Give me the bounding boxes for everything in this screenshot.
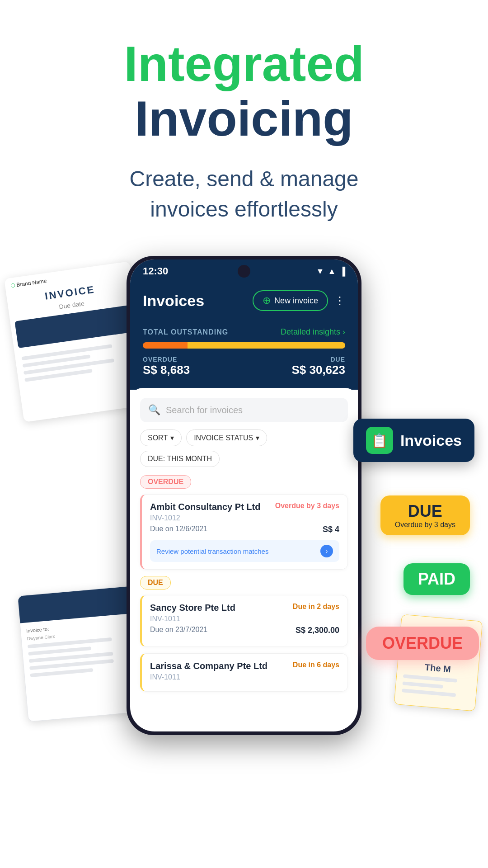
search-placeholder-text: Search for invoices [166, 405, 243, 415]
invoice-amount-sancy: S$ 2,300.00 [296, 626, 339, 635]
filter-row: SORT ▾ INVOICE STATUS ▾ DUE: THIS MONTH [140, 429, 348, 467]
plus-icon: ⊕ [263, 295, 271, 307]
due-label: DUE [291, 356, 345, 363]
invoice-number-sancy: INV-1011 [150, 615, 339, 623]
app-title: Invoices [143, 292, 204, 310]
invoice-amount-ambit: S$ 4 [323, 525, 339, 534]
invoice-number-larissa: INV-1011 [150, 673, 339, 681]
floating-overdue-badge: OVERDUE [366, 627, 479, 660]
more-menu-button[interactable]: ⋮ [334, 294, 345, 307]
transaction-arrow-icon: › [320, 545, 333, 557]
outstanding-label: TOTAL OUTSTANDING [143, 328, 228, 336]
invoice-due-sancy: Due on 23/7/2021 [150, 626, 207, 634]
overdue-label: OVERDUE [143, 356, 190, 363]
sort-filter-chip[interactable]: SORT ▾ [140, 429, 182, 446]
hero-title-invoicing: Invoicing [18, 91, 470, 146]
invoice-card-ambit[interactable]: Ambit Consultancy Pt Ltd Overdue by 3 da… [140, 494, 348, 570]
overdue-section: OVERDUE Ambit Consultancy Pt Ltd Overdue… [140, 475, 348, 570]
invoice-name-larissa: Larissa & Company Pte Ltd [150, 661, 267, 671]
phone-screen: 12:30 ▼ ▲ ▐ Invoices ⊕ New invoice ⋮ [130, 259, 358, 731]
status-icons: ▼ ▲ ▐ [316, 267, 345, 276]
invoice-status-filter-chip[interactable]: INVOICE STATUS ▾ [186, 429, 267, 446]
floating-paid-badge: PAID [404, 563, 470, 595]
invoice-status-ambit: Overdue by 3 days [275, 502, 339, 510]
invoices-badge-text: Invoices [400, 432, 462, 449]
overdue-value: S$ 8,683 [143, 363, 190, 377]
phone-device: 12:30 ▼ ▲ ▐ Invoices ⊕ New invoice ⋮ [127, 256, 361, 735]
white-card-section: 🔍 Search for invoices SORT ▾ INVOICE STA… [130, 388, 358, 692]
wifi-icon: ▼ [316, 267, 324, 276]
transaction-match-banner[interactable]: Review potential transaction matches › [150, 540, 339, 562]
app-header: Invoices ⊕ New invoice ⋮ [130, 283, 358, 320]
invoice-name-sancy: Sancy Store Pte Ltd [150, 603, 235, 613]
detailed-insights-link[interactable]: Detailed insights › [281, 327, 345, 337]
progress-bar [143, 342, 345, 349]
due-badge-label: DUE [395, 502, 455, 521]
search-bar[interactable]: 🔍 Search for invoices [140, 398, 348, 422]
due-section: DUE Sancy Store Pte Ltd Due in 2 days IN… [140, 576, 348, 692]
floating-due-badge: DUE Overdue by 3 days [380, 495, 470, 535]
outstanding-section: TOTAL OUTSTANDING Detailed insights › OV… [130, 320, 358, 390]
overdue-badge-label: OVERDUE [382, 634, 463, 653]
phone-section: ⬡ Brand Name INVOICE Due date Invoice to… [0, 256, 488, 753]
status-time: 12:30 [143, 265, 168, 277]
invoice-name-ambit: Ambit Consultancy Pt Ltd [150, 502, 260, 512]
signal-icon: ▲ [328, 267, 336, 276]
due-badge-sublabel: Overdue by 3 days [395, 521, 455, 529]
hero-section: Integrated Invoicing Create, send & mana… [0, 0, 488, 242]
floating-invoices-badge: 📋 Invoices [353, 419, 474, 462]
invoice-card-sancy[interactable]: Sancy Store Pte Ltd Due in 2 days INV-10… [140, 595, 348, 647]
hero-subtitle: Create, send & manage invoices effortles… [18, 164, 470, 224]
paid-badge-label: PAID [418, 570, 455, 589]
due-value: S$ 30,623 [291, 363, 345, 377]
due-amount-block: DUE S$ 30,623 [291, 356, 345, 377]
chevron-down-icon: ▾ [170, 434, 174, 442]
search-icon: 🔍 [148, 404, 160, 416]
transaction-match-text: Review potential transaction matches [156, 547, 268, 555]
invoice-status-sancy: Due in 2 days [293, 603, 339, 611]
new-invoice-button[interactable]: ⊕ New invoice [253, 290, 328, 311]
chevron-down-icon: ▾ [256, 434, 259, 442]
status-bar: 12:30 ▼ ▲ ▐ [130, 259, 358, 283]
invoice-status-larissa: Due in 6 days [293, 661, 339, 669]
battery-icon: ▐ [339, 267, 345, 276]
invoices-badge-icon: 📋 [366, 427, 393, 454]
overdue-amount-block: OVERDUE S$ 8,683 [143, 356, 190, 377]
header-actions: ⊕ New invoice ⋮ [253, 290, 345, 311]
overdue-section-badge: OVERDUE [140, 475, 191, 489]
hero-title-integrated: Integrated [18, 36, 470, 91]
due-section-badge: DUE [140, 576, 171, 590]
invoice-due-ambit: Due on 12/6/2021 [150, 525, 207, 533]
invoice-number-ambit: INV-1012 [150, 514, 339, 522]
progress-bar-due [188, 342, 345, 349]
invoice-card-larissa[interactable]: Larissa & Company Pte Ltd Due in 6 days … [140, 653, 348, 692]
due-this-month-filter-chip[interactable]: DUE: THIS MONTH [140, 451, 220, 467]
amounts-row: OVERDUE S$ 8,683 DUE S$ 30,623 [143, 356, 345, 377]
